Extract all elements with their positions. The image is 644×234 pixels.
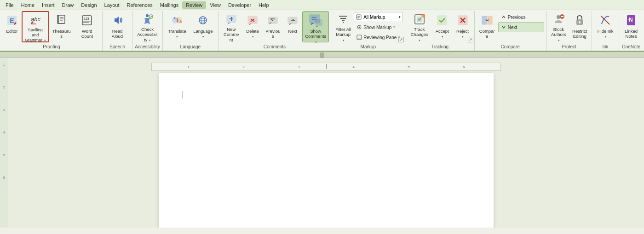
reviewing-pane-item[interactable]: Reviewing Pane ▾ xyxy=(354,32,403,42)
filter-all-markup-button[interactable]: Filter AllMarkup ▾ xyxy=(333,11,353,42)
hide-ink-button[interactable]: Hide Ink ▾ xyxy=(594,11,617,42)
previous-track-item[interactable]: Previous xyxy=(498,12,544,22)
all-markup-dropdown[interactable]: All Markup ▾ xyxy=(354,12,403,22)
previous-comment-button[interactable]: Previous xyxy=(263,11,283,42)
menu-home[interactable]: Home xyxy=(17,1,38,9)
tracking-expand-button[interactable]: ↗ xyxy=(468,37,473,42)
ruler-ticks: 1 2 3 4 5 6 xyxy=(152,63,500,70)
proofing-items: E Editor abc xyxy=(3,11,100,43)
restrict-editing-label: RestrictEditing xyxy=(572,29,587,39)
markup-group-label: Markup xyxy=(333,43,403,51)
spelling-grammar-button[interactable]: abc Spelling andGrammar ▾ xyxy=(23,12,48,41)
editor-icon: E xyxy=(5,13,19,28)
translate-button[interactable]: A あ Translate ▾ xyxy=(165,11,190,42)
thesaurus-label: Thesaurus xyxy=(52,29,71,39)
accessibility-group-label: Accessibility xyxy=(134,43,161,51)
track-changes-button[interactable]: ! TrackChanges ▾ xyxy=(407,11,431,42)
show-comments-button[interactable]: ShowComments ▾ xyxy=(302,11,329,42)
thesaurus-button[interactable]: Thesaurus xyxy=(50,11,74,42)
compare-group-label: Compare xyxy=(477,43,544,51)
language-button[interactable]: Language ▾ xyxy=(190,11,216,42)
svg-text:A: A xyxy=(173,17,176,20)
ribbon-group-markup: Filter AllMarkup ▾ All Markup ▾ xyxy=(331,11,405,51)
next-comment-button[interactable]: Next xyxy=(283,11,302,42)
svg-rect-34 xyxy=(288,17,297,23)
doc-canvas-area: 1 2 3 4 5 6 xyxy=(8,58,644,228)
track-changes-icon: ! xyxy=(412,13,427,26)
thesaurus-icon xyxy=(54,13,69,28)
restrict-editing-button[interactable]: RestrictEditing xyxy=(569,11,590,42)
block-authors-label: BlockAuthors ▾ xyxy=(551,27,567,42)
menu-insert[interactable]: Insert xyxy=(38,1,58,9)
menu-draw[interactable]: Draw xyxy=(58,1,78,9)
menu-help[interactable]: Help xyxy=(255,1,273,9)
svg-text:!: ! xyxy=(422,14,423,18)
tab-strip xyxy=(0,52,644,58)
compare-items: Compare Previous Next xyxy=(477,11,544,43)
svg-rect-53 xyxy=(357,38,362,40)
word-count-label: Word Count xyxy=(76,29,98,39)
delete-comment-button[interactable]: Delete ▾ xyxy=(243,11,262,42)
menu-layout[interactable]: Layout xyxy=(101,1,123,9)
ribbon: E Editor abc xyxy=(0,10,644,52)
restrict-editing-icon xyxy=(572,13,587,28)
menu-view[interactable]: View xyxy=(206,1,224,9)
word-count-icon: 123 xyxy=(80,13,94,28)
next-comment-icon xyxy=(285,13,300,28)
ribbon-group-proofing: E Editor abc xyxy=(1,11,103,51)
next-track-label: Next xyxy=(508,25,518,30)
read-aloud-icon xyxy=(110,13,125,28)
protect-items: BlockAuthors ▾ RestrictEditing xyxy=(548,11,590,43)
markup-expand-button[interactable]: ↗ xyxy=(398,37,404,42)
editor-label: Editor xyxy=(6,29,18,34)
reviewing-pane-label: Reviewing Pane xyxy=(363,35,397,40)
previous-comment-label: Previous xyxy=(265,29,281,39)
tracking-group-label: Tracking xyxy=(407,43,472,51)
menu-design[interactable]: Design xyxy=(77,1,100,9)
show-comments-icon xyxy=(308,13,323,28)
show-markup-icon xyxy=(356,24,362,30)
menu-references[interactable]: References xyxy=(123,1,156,9)
word-count-button[interactable]: 123 Word Count xyxy=(74,11,100,42)
menu-developer[interactable]: Developer xyxy=(224,1,255,9)
show-markup-item[interactable]: Show Markup ▾ xyxy=(354,22,403,32)
accept-icon xyxy=(435,13,449,28)
menu-bar: File Home Insert Draw Design Layout Refe… xyxy=(0,0,644,10)
ink-items: Hide Ink ▾ xyxy=(594,11,617,43)
svg-rect-61 xyxy=(482,16,487,24)
protect-group-label: Protect xyxy=(548,43,590,51)
all-markup-icon xyxy=(356,14,362,20)
block-authors-button[interactable]: BlockAuthors ▾ xyxy=(548,11,569,42)
next-track-icon xyxy=(501,24,506,30)
document-page[interactable] xyxy=(159,73,494,228)
ribbon-group-protect: BlockAuthors ▾ RestrictEditing Protect xyxy=(546,11,592,51)
previous-track-label: Previous xyxy=(508,15,526,20)
accept-button[interactable]: Accept ▾ xyxy=(432,11,452,42)
menu-mailings[interactable]: Mailings xyxy=(156,1,182,9)
svg-rect-57 xyxy=(437,16,447,25)
linked-notes-button[interactable]: N LinkedNotes xyxy=(621,11,641,42)
reject-icon xyxy=(455,13,470,28)
ribbon-group-onenote: N LinkedNotes OneNote xyxy=(619,11,643,51)
next-track-item[interactable]: Next xyxy=(498,22,544,32)
menu-review[interactable]: Review xyxy=(182,1,206,9)
reviewing-pane-icon xyxy=(356,35,362,40)
svg-text:E: E xyxy=(10,17,14,24)
compare-stack: Previous Next xyxy=(498,11,544,42)
editor-button[interactable]: E Editor xyxy=(3,11,21,42)
hide-ink-icon xyxy=(598,13,613,28)
all-markup-arrow: ▾ xyxy=(399,15,401,19)
track-changes-label: TrackChanges ▾ xyxy=(409,27,429,42)
language-icon xyxy=(196,13,210,28)
check-accessibility-button[interactable]: CheckAccessibility ▾ xyxy=(134,11,161,42)
compare-icon xyxy=(480,13,494,28)
new-comment-button[interactable]: NewComment xyxy=(220,11,242,42)
menu-file[interactable]: File xyxy=(2,1,17,9)
ribbon-group-tracking: ! TrackChanges ▾ Accept ▾ xyxy=(405,11,474,51)
read-aloud-button[interactable]: Read Aloud xyxy=(104,11,130,42)
ruler-top-bar: 1 2 3 4 5 6 xyxy=(151,63,501,71)
svg-point-13 xyxy=(146,14,149,17)
compare-button[interactable]: Compare xyxy=(477,11,498,42)
ribbon-group-speech: Read Aloud Speech xyxy=(103,11,132,51)
ruler-left: 1 2 3 4 5 6 xyxy=(0,58,8,228)
